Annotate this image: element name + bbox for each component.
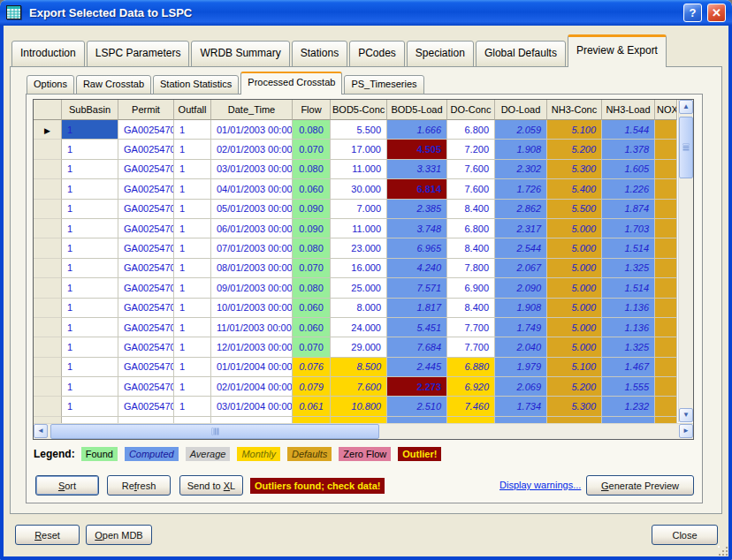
tab-introduction[interactable]: Introduction <box>11 41 85 67</box>
grid-cell[interactable]: 6.800 <box>447 120 495 140</box>
grid-cell[interactable] <box>655 160 677 179</box>
grid-cell[interactable]: 1 <box>174 259 211 278</box>
grid-cell[interactable] <box>655 377 677 397</box>
grid-cell[interactable]: 30.000 <box>331 179 387 199</box>
grid-cell[interactable]: 0.070 <box>293 259 331 278</box>
scroll-up-button[interactable]: ▲ <box>679 100 693 114</box>
horizontal-scrollbar[interactable]: ◄ ► <box>34 423 693 439</box>
scroll-down-button[interactable]: ▼ <box>679 408 693 422</box>
column-header-permit[interactable]: Permit <box>118 100 174 120</box>
column-header-outfall[interactable]: Outfall <box>174 100 211 120</box>
grid-cell[interactable] <box>655 200 677 219</box>
column-header-nh3-load[interactable]: NH3-Load <box>602 100 655 120</box>
grid-cell[interactable]: 1 <box>62 200 118 219</box>
grid-cell[interactable]: 7.571 <box>387 278 447 298</box>
column-header-date-time[interactable]: Date_Time <box>211 100 293 120</box>
grid-cell[interactable]: GA0025470 <box>118 179 174 199</box>
grid-cell[interactable]: 5.451 <box>387 318 447 337</box>
grid-cell[interactable]: GA0025470 <box>118 358 174 377</box>
grid-cell[interactable]: 1 <box>62 278 118 298</box>
grid-cell[interactable]: 1.232 <box>602 397 655 416</box>
grid-cell[interactable]: 2.445 <box>387 358 447 377</box>
grid-cell[interactable]: 5.300 <box>547 160 602 179</box>
grid-cell[interactable]: 1 <box>174 179 211 199</box>
grid-cell[interactable] <box>655 278 677 298</box>
row-selector[interactable] <box>34 358 62 377</box>
scroll-right-button[interactable]: ► <box>679 424 693 438</box>
grid-cell[interactable] <box>655 140 677 159</box>
column-header-bod5-load[interactable]: BOD5-Load <box>387 100 447 120</box>
grid-cell[interactable]: 1 <box>174 318 211 337</box>
send-to-xl-button[interactable]: Send to XL <box>179 475 243 496</box>
grid-cell[interactable]: 1 <box>62 140 118 159</box>
grid-cell[interactable]: 1.555 <box>602 377 655 397</box>
grid-cell[interactable]: 7.600 <box>447 160 495 179</box>
tab-global-defaults[interactable]: Global Defaults <box>476 41 566 67</box>
grid-cell[interactable]: 1 <box>62 238 118 258</box>
row-selector[interactable] <box>34 179 62 199</box>
grid-cell[interactable] <box>655 318 677 337</box>
grid-cell[interactable]: 5.000 <box>547 299 602 318</box>
column-header-do-conc[interactable]: DO-Conc <box>447 100 495 120</box>
grid-cell[interactable]: 03/01/2003 00:00 <box>211 160 293 179</box>
refresh-button[interactable]: Refresh <box>107 475 171 496</box>
grid-cell[interactable]: 0.060 <box>293 179 331 199</box>
grid-cell[interactable]: 1.666 <box>387 120 447 140</box>
grid-cell[interactable]: 0.079 <box>293 377 331 397</box>
help-button[interactable]: ? <box>683 4 702 22</box>
grid-cell[interactable] <box>655 358 677 377</box>
grid-cell[interactable]: 1 <box>62 337 118 357</box>
reset-button[interactable]: Reset <box>15 525 80 545</box>
close-button[interactable]: Close <box>652 525 718 545</box>
grid-cell[interactable]: GA0025470 <box>118 318 174 337</box>
grid-cell[interactable]: GA0025470 <box>118 299 174 318</box>
sort-button[interactable]: Sort <box>35 475 99 496</box>
grid-cell[interactable]: 0.070 <box>293 140 331 159</box>
grid-cell[interactable]: 5.000 <box>547 259 602 278</box>
grid-cell[interactable]: 29.000 <box>331 337 387 357</box>
grid-cell[interactable]: 2.317 <box>495 219 547 238</box>
vertical-scroll-thumb[interactable] <box>679 117 693 178</box>
grid-cell[interactable]: GA0025470 <box>118 278 174 298</box>
grid-cell[interactable]: 8.000 <box>331 299 387 318</box>
grid-cell[interactable]: GA0025470 <box>118 397 174 416</box>
column-header-nox[interactable]: NOX <box>655 100 677 120</box>
grid-cell[interactable]: 2.510 <box>387 397 447 416</box>
grid-cell[interactable]: 10.800 <box>331 397 387 416</box>
grid-cell[interactable]: 1.605 <box>602 160 655 179</box>
grid-cell[interactable]: 2.059 <box>495 120 547 140</box>
grid-cell[interactable]: 0.061 <box>293 397 331 416</box>
title-bar[interactable]: Export Selected Data to LSPC ? ✕ <box>0 0 732 26</box>
grid-cell[interactable]: GA0025470 <box>118 337 174 357</box>
grid-cell[interactable]: 5.000 <box>547 318 602 337</box>
grid-cell[interactable]: 24.000 <box>331 318 387 337</box>
grid-cell[interactable]: 1.514 <box>602 278 655 298</box>
grid-cell[interactable]: 5.000 <box>547 337 602 357</box>
row-selector[interactable] <box>34 278 62 298</box>
subtab-options[interactable]: Options <box>27 75 74 95</box>
grid-cell[interactable]: 6.920 <box>447 377 495 397</box>
grid-cell[interactable]: 7.700 <box>447 318 495 337</box>
grid-cell[interactable]: 1.325 <box>602 259 655 278</box>
subtab-processed-crosstab[interactable]: Processed Crosstab <box>240 72 342 95</box>
grid-cell[interactable]: 5.000 <box>547 278 602 298</box>
grid-cell[interactable]: 1 <box>62 377 118 397</box>
grid-cell[interactable]: 5.500 <box>331 120 387 140</box>
grid-cell[interactable] <box>655 337 677 357</box>
row-selector[interactable] <box>34 337 62 357</box>
grid-cell[interactable]: 1 <box>174 278 211 298</box>
grid-cell[interactable]: 1.136 <box>602 318 655 337</box>
grid-cell[interactable]: 1.874 <box>602 200 655 219</box>
grid-cell[interactable]: 1.726 <box>495 179 547 199</box>
tab-stations[interactable]: Stations <box>292 41 347 67</box>
grid-cell[interactable]: GA0025470 <box>118 219 174 238</box>
grid-cell[interactable]: 5.200 <box>547 140 602 159</box>
grid-cell[interactable]: 11/01/2003 00:00 <box>211 318 293 337</box>
grid-cell[interactable]: 1 <box>62 397 118 416</box>
grid-cell[interactable]: 11.000 <box>331 219 387 238</box>
grid-cell[interactable]: 8.400 <box>447 238 495 258</box>
column-header-flow[interactable]: Flow <box>293 100 331 120</box>
column-header-do-load[interactable]: DO-Load <box>495 100 547 120</box>
grid-cell[interactable] <box>655 219 677 238</box>
grid-cell[interactable]: 02/01/2003 00:00 <box>211 140 293 159</box>
